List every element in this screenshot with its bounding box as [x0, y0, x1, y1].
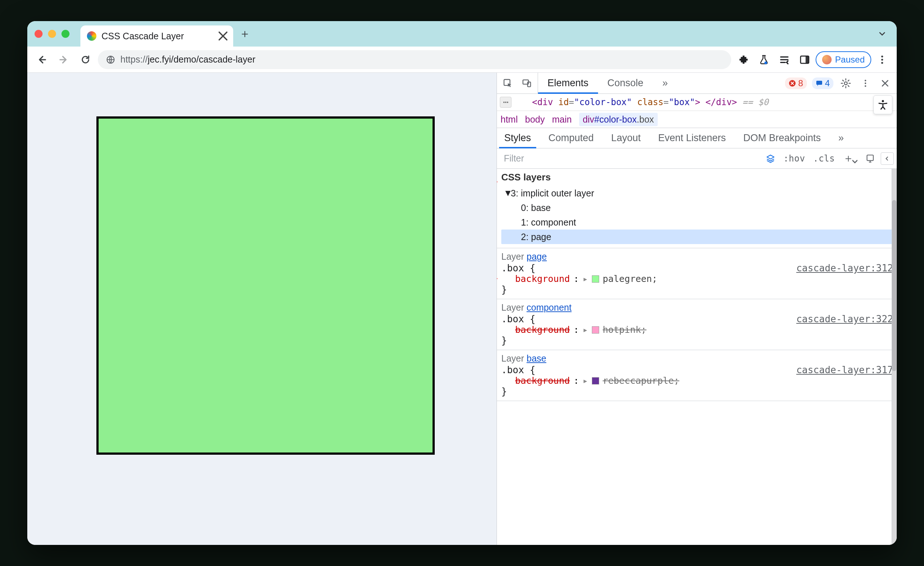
- tab-dom-breakpoints[interactable]: DOM Breakpoints: [738, 128, 826, 148]
- layer-link[interactable]: component: [526, 302, 572, 312]
- dom-ellipsis-icon[interactable]: ⋯: [500, 97, 512, 108]
- styles-filter-row: :hov .cls ＋: [497, 149, 897, 169]
- forward-button[interactable]: [54, 50, 73, 69]
- styles-body: CSS layers ▼3: implicit outer layer 0: b…: [497, 169, 897, 545]
- layer-tree-item[interactable]: 1: component: [501, 215, 893, 230]
- window-zoom-button[interactable]: [62, 30, 69, 38]
- dom-selected-node[interactable]: ⋯ <div id="color-box" class="box"> </div…: [497, 94, 897, 111]
- expand-shorthand-icon[interactable]: ▸: [583, 324, 588, 335]
- style-rule-section: Layer page.box {cascade-layer:312backgro…: [497, 248, 897, 299]
- color-swatch-icon[interactable]: [592, 275, 599, 283]
- svg-point-5: [881, 59, 883, 60]
- content-area: Elements Console » 8 4: [27, 73, 897, 545]
- css-declaration[interactable]: background:▸hotpink;: [501, 324, 893, 335]
- css-rule-close: }: [501, 386, 893, 397]
- errors-badge[interactable]: 8: [785, 78, 807, 89]
- layer-tree-item[interactable]: 0: base: [501, 200, 893, 215]
- color-swatch-icon[interactable]: [592, 326, 599, 333]
- sidebar-collapse-icon[interactable]: [881, 152, 894, 165]
- css-layers-section: CSS layers ▼3: implicit outer layer 0: b…: [497, 169, 897, 248]
- layer-label: Layer page: [501, 251, 893, 262]
- css-declaration[interactable]: background:▸rebeccapurple;: [501, 375, 893, 386]
- profile-paused-pill[interactable]: Paused: [816, 51, 871, 68]
- tab-close-button[interactable]: [216, 30, 230, 42]
- window-minimize-button[interactable]: [48, 30, 56, 38]
- extensions-icon[interactable]: [734, 50, 753, 69]
- css-rule[interactable]: .box {cascade-layer:312: [501, 263, 893, 273]
- cls-toggle[interactable]: .cls: [811, 153, 837, 164]
- css-source-link[interactable]: cascade-layer:312: [796, 263, 893, 273]
- layers-toggle-icon[interactable]: [764, 154, 777, 163]
- tab-computed[interactable]: Computed: [543, 128, 599, 148]
- crumb-body[interactable]: body: [525, 114, 544, 125]
- window-controls: [34, 21, 69, 47]
- css-declaration[interactable]: background:▸palegreen;: [501, 273, 893, 284]
- devtools-menu-icon[interactable]: [858, 76, 873, 90]
- expand-shorthand-icon[interactable]: ▸: [583, 273, 588, 284]
- svg-rect-3: [806, 56, 808, 63]
- devtools-toolbar: Elements Console » 8 4: [497, 73, 897, 94]
- svg-point-14: [865, 82, 866, 84]
- style-rule-section: Layer component.box {cascade-layer:322ba…: [497, 299, 897, 350]
- svg-point-12: [844, 82, 847, 85]
- color-swatch-icon[interactable]: [592, 377, 599, 384]
- toolbar-actions: Paused: [734, 50, 892, 69]
- css-source-link[interactable]: cascade-layer:322: [796, 314, 893, 324]
- crumb-html[interactable]: html: [501, 114, 518, 125]
- devtools-panel: Elements Console » 8 4: [496, 73, 897, 545]
- side-panel-icon[interactable]: [795, 50, 814, 69]
- tab-styles[interactable]: Styles: [499, 128, 536, 148]
- tab-styles-more[interactable]: »: [833, 128, 849, 148]
- styles-filter-input[interactable]: [500, 150, 760, 167]
- reload-button[interactable]: [76, 50, 95, 69]
- accessibility-button[interactable]: [873, 95, 892, 114]
- device-toggle-icon[interactable]: [519, 76, 534, 90]
- expand-shorthand-icon[interactable]: ▸: [583, 375, 588, 386]
- scrollbar-thumb[interactable]: [892, 200, 896, 371]
- tab-layout[interactable]: Layout: [606, 128, 646, 148]
- devtools-settings-icon[interactable]: [838, 76, 853, 90]
- crumb-selected[interactable]: div#color-box.box: [579, 113, 658, 126]
- tabs-overflow-button[interactable]: [874, 26, 890, 42]
- css-layers-heading: CSS layers: [501, 172, 893, 183]
- color-box: [96, 116, 435, 455]
- css-source-link[interactable]: cascade-layer:317: [796, 365, 893, 375]
- layer-tree-root[interactable]: ▼3: implicit outer layer: [501, 186, 893, 200]
- reading-list-icon[interactable]: [775, 50, 794, 69]
- svg-point-16: [882, 100, 884, 102]
- tab-console[interactable]: Console: [598, 73, 653, 93]
- avatar-icon: [822, 55, 832, 65]
- back-button[interactable]: [32, 50, 51, 69]
- lab-flask-icon[interactable]: [754, 50, 773, 69]
- crumb-main[interactable]: main: [552, 114, 572, 125]
- new-tab-button[interactable]: ＋: [237, 26, 253, 42]
- address-bar[interactable]: https://jec.fyi/demo/cascade-layer: [98, 50, 731, 69]
- messages-badge[interactable]: 4: [812, 78, 833, 89]
- layer-tree-item-selected[interactable]: 2: page: [501, 230, 893, 244]
- layer-link[interactable]: base: [526, 353, 546, 363]
- svg-point-13: [865, 80, 866, 81]
- inspect-element-icon[interactable]: [501, 76, 515, 90]
- css-rule[interactable]: .box {cascade-layer:317: [501, 365, 893, 375]
- tab-event-listeners[interactable]: Event Listeners: [653, 128, 731, 148]
- tab-elements[interactable]: Elements: [538, 73, 598, 93]
- browser-menu-button[interactable]: [873, 50, 892, 69]
- new-style-rule-button[interactable]: ＋: [841, 151, 860, 166]
- svg-point-1: [764, 62, 767, 65]
- devtools-close-button[interactable]: [878, 76, 892, 90]
- url-text: https://jec.fyi/demo/cascade-layer: [120, 54, 255, 65]
- css-selector: .box {: [501, 314, 536, 324]
- dom-breadcrumb: html body main div#color-box.box: [497, 111, 897, 128]
- hov-toggle[interactable]: :hov: [781, 153, 807, 164]
- layer-link[interactable]: page: [526, 251, 547, 261]
- tab-title: CSS Cascade Layer: [102, 31, 212, 42]
- browser-tab[interactable]: CSS Cascade Layer: [80, 26, 233, 47]
- site-info-icon[interactable]: [106, 55, 116, 65]
- device-preview-icon[interactable]: [863, 154, 877, 163]
- tab-more[interactable]: »: [653, 73, 677, 93]
- css-prop-name: background: [515, 324, 570, 335]
- window-close-button[interactable]: [34, 30, 42, 38]
- css-prop-value: palegreen;: [603, 273, 658, 284]
- page-viewport: [27, 73, 496, 545]
- css-rule[interactable]: .box {cascade-layer:322: [501, 314, 893, 324]
